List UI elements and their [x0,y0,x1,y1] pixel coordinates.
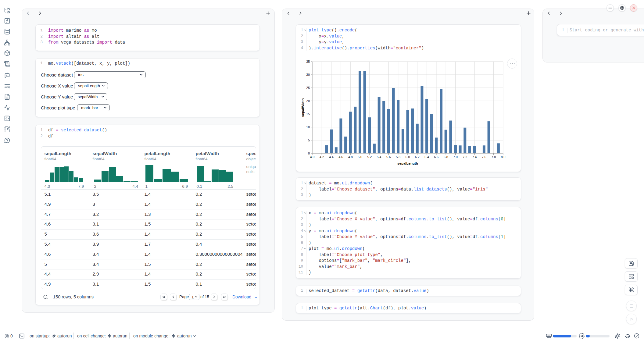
svg-text:25: 25 [306,86,310,90]
svg-text:7.6: 7.6 [482,155,486,159]
svg-text:35: 35 [306,60,310,63]
svg-text:5.4: 5.4 [377,155,381,159]
svg-text:5: 5 [308,138,310,142]
svg-text:4.4: 4.4 [329,155,334,159]
svg-text:sepalLength: sepalLength [397,162,418,165]
svg-text:6.8: 6.8 [444,155,448,159]
svg-text:4.6: 4.6 [339,155,343,159]
svg-text:5.0: 5.0 [358,155,362,159]
svg-text:8.0: 8.0 [501,155,506,159]
svg-text:4.0: 4.0 [310,155,315,159]
svg-text:20: 20 [306,99,310,103]
svg-text:4.8: 4.8 [348,155,353,159]
svg-text:5.8: 5.8 [396,155,400,159]
svg-text:0: 0 [308,151,310,155]
svg-text:6.6: 6.6 [434,155,439,159]
svg-text:5.6: 5.6 [386,155,391,159]
svg-text:4.2: 4.2 [320,155,324,159]
svg-text:7.0: 7.0 [453,155,458,159]
svg-text:15: 15 [306,112,310,116]
svg-text:sepalWidth: sepalWidth [301,98,305,117]
svg-text:6.2: 6.2 [415,155,420,159]
svg-text:7.2: 7.2 [463,155,467,159]
svg-text:30: 30 [306,73,310,77]
svg-text:10: 10 [306,125,310,129]
svg-text:5.2: 5.2 [367,155,372,159]
svg-text:7.4: 7.4 [472,155,477,159]
svg-text:6.4: 6.4 [424,155,429,159]
svg-text:7.8: 7.8 [491,155,496,159]
svg-text:6.0: 6.0 [406,155,410,159]
